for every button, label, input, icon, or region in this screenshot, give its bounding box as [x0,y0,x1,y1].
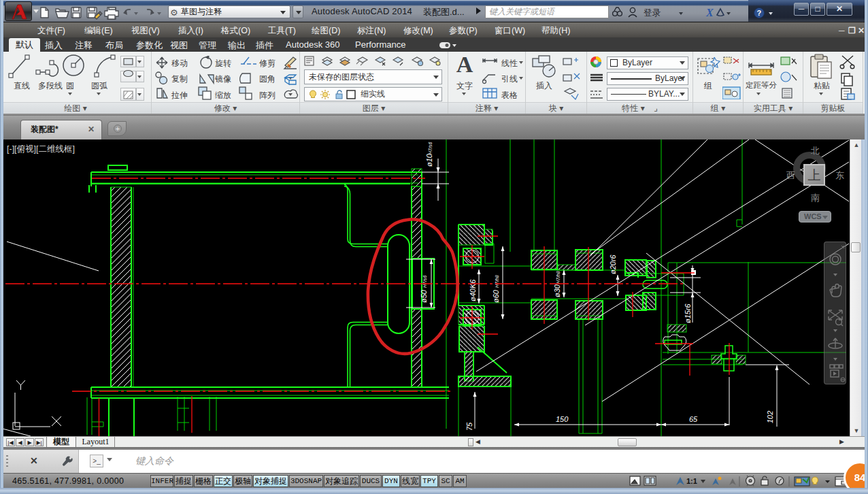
svg-text:ø50: ø50 [420,289,428,303]
svg-text:H7/h8: H7/h8 [495,275,499,288]
svg-text:H7/s6: H7/s6 [422,276,427,288]
svg-text:1:1: 1:1 [686,477,697,485]
svg-text:H7/h8: H7/h8 [556,271,561,284]
svg-text:ø60: ø60 [492,289,500,303]
svg-text:75: 75 [465,422,473,431]
svg-text:ø40K6: ø40K6 [469,279,477,301]
svg-text:150: 150 [556,415,569,423]
svg-text:ø30: ø30 [553,284,561,297]
svg-text:65: 65 [689,415,698,423]
svg-text:H7/s6: H7/s6 [428,142,433,154]
svg-text:ø20r6: ø20r6 [609,254,617,274]
svg-text:?: ? [757,9,762,17]
svg-text:102: 102 [766,411,774,423]
svg-text:ø10: ø10 [425,153,433,167]
svg-text:X: X [705,7,714,18]
svg-text:ø15r6: ø15r6 [684,303,692,323]
